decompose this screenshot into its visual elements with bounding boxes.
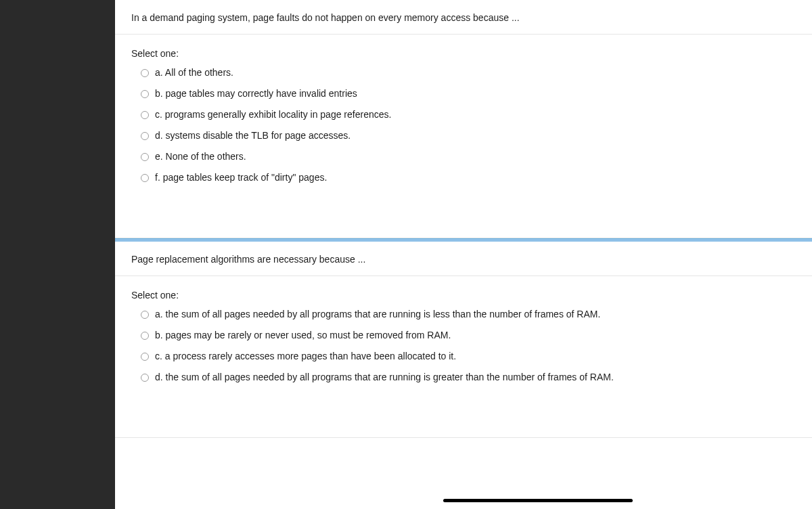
option-b[interactable]: b. page tables may correctly have invali… bbox=[131, 84, 796, 104]
option-c[interactable]: c. programs generally exhibit locality i… bbox=[131, 105, 796, 125]
radio-icon bbox=[141, 111, 149, 119]
option-label: b. pages may be rarely or never used, so… bbox=[155, 328, 451, 342]
option-d[interactable]: d. systems disable the TLB for page acce… bbox=[131, 126, 796, 146]
radio-icon bbox=[141, 353, 149, 361]
radio-icon bbox=[141, 90, 149, 98]
option-a[interactable]: a. All of the others. bbox=[131, 63, 796, 83]
option-label: d. systems disable the TLB for page acce… bbox=[155, 129, 351, 143]
option-d[interactable]: d. the sum of all pages needed by all pr… bbox=[131, 368, 796, 387]
radio-icon bbox=[141, 174, 149, 182]
option-b[interactable]: b. pages may be rarely or never used, so… bbox=[131, 326, 796, 345]
option-label: b. page tables may correctly have invali… bbox=[155, 87, 357, 101]
radio-icon bbox=[141, 332, 149, 340]
horizontal-scrollbar[interactable] bbox=[443, 499, 633, 502]
radio-icon bbox=[141, 153, 149, 161]
select-one-label: Select one: bbox=[131, 48, 796, 59]
answer-area: Select one: a. the sum of all pages need… bbox=[115, 276, 812, 387]
sidebar bbox=[0, 0, 115, 509]
option-f[interactable]: f. page tables keep track of "dirty" pag… bbox=[131, 168, 796, 187]
radio-icon bbox=[141, 374, 149, 382]
main-content: In a demand paging system, page faults d… bbox=[115, 0, 812, 509]
option-a[interactable]: a. the sum of all pages needed by all pr… bbox=[131, 305, 796, 324]
option-c[interactable]: c. a process rarely accesses more pages … bbox=[131, 347, 796, 366]
question-text: In a demand paging system, page faults d… bbox=[115, 0, 812, 35]
option-label: c. a process rarely accesses more pages … bbox=[155, 349, 456, 363]
question-block: In a demand paging system, page faults d… bbox=[115, 0, 812, 238]
option-label: a. the sum of all pages needed by all pr… bbox=[155, 307, 600, 322]
radio-icon bbox=[141, 311, 149, 319]
option-label: d. the sum of all pages needed by all pr… bbox=[155, 370, 614, 384]
radio-icon bbox=[141, 132, 149, 140]
option-label: e. None of the others. bbox=[155, 150, 246, 164]
question-text: Page replacement algorithms are necessar… bbox=[115, 242, 812, 276]
option-label: c. programs generally exhibit locality i… bbox=[155, 108, 391, 122]
question-block: Page replacement algorithms are necessar… bbox=[115, 242, 812, 438]
option-label: f. page tables keep track of "dirty" pag… bbox=[155, 171, 327, 185]
option-label: a. All of the others. bbox=[155, 66, 233, 80]
answer-area: Select one: a. All of the others. b. pag… bbox=[115, 35, 812, 187]
radio-icon bbox=[141, 69, 149, 77]
select-one-label: Select one: bbox=[131, 290, 796, 301]
option-e[interactable]: e. None of the others. bbox=[131, 147, 796, 167]
